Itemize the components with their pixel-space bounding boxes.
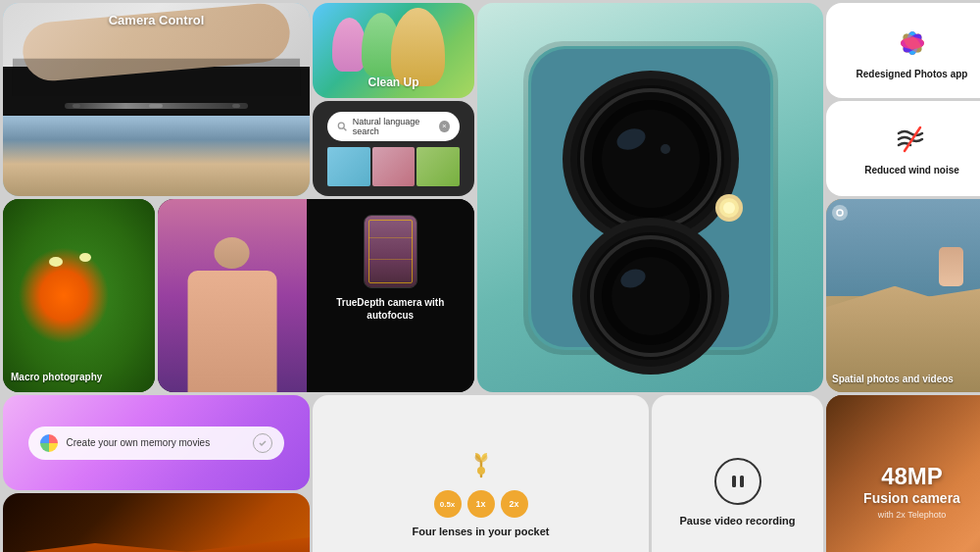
svg-point-1 [339, 123, 345, 128]
camera-lens-svg [504, 12, 798, 384]
clean-up-card: Clean Up [313, 3, 474, 98]
photos-icon [891, 22, 934, 65]
camera-control-card: Camera Control [3, 3, 310, 196]
truedepth-title: TrueDepth camera with autofocus [317, 296, 466, 322]
redesigned-photos-card: Redesigned Photos app [826, 3, 980, 98]
memory-movies-title: Create your own memory movies [66, 437, 244, 448]
truedepth-card: TrueDepth camera with autofocus [158, 199, 474, 392]
clean-up-title: Clean Up [313, 73, 474, 90]
autofocus-bottom-card: زنگوله with autofocus [3, 493, 310, 552]
svg-point-13 [661, 144, 670, 154]
svg-rect-34 [732, 476, 736, 487]
center-camera-card [477, 3, 823, 392]
wind-icon [895, 122, 930, 161]
svg-rect-0 [13, 59, 300, 96]
pause-icon [714, 458, 761, 505]
pause-video-title: Pause video recording [680, 515, 796, 527]
48mp-detail: with 2x Telephoto [878, 510, 946, 520]
svg-point-23 [723, 202, 735, 214]
pause-video-card: Pause video recording [652, 395, 823, 552]
svg-point-19 [612, 257, 690, 335]
checkmark-icon [253, 433, 272, 453]
memory-input-bar: Create your own memory movies [28, 427, 283, 460]
svg-point-11 [602, 110, 700, 208]
four-lenses-card: 0.5x 1x 2x Four lenses in your pocket [313, 395, 649, 552]
reduced-wind-card: Reduced wind noise [826, 101, 980, 196]
48mp-title: 48MP [881, 465, 943, 488]
zoom-05x: 0.5x [434, 490, 462, 518]
memory-movie-icon [40, 434, 58, 452]
spatial-title: Spatial photos and videos [832, 369, 980, 386]
four-lenses-title: Four lenses in your pocket [413, 526, 550, 537]
zoom-1x: 1x [467, 490, 495, 518]
macro-card: Macro photography [3, 199, 155, 392]
redesigned-photos-title: Redesigned Photos app [857, 69, 968, 80]
search-text: Natural language search [353, 117, 435, 136]
spatial-card: Spatial photos and videos [826, 199, 980, 392]
natural-search-card: Natural language search × [313, 101, 474, 196]
svg-line-2 [344, 127, 347, 130]
macro-title: Macro photography [11, 367, 147, 384]
tulip-icon [464, 447, 499, 482]
zoom-controls: 0.5x 1x 2x [434, 490, 528, 518]
fusion-camera-label: Fusion camera [863, 490, 960, 507]
svg-point-36 [837, 210, 843, 216]
memory-movies-card: Create your own memory movies [3, 395, 310, 490]
svg-rect-35 [740, 476, 744, 487]
spatial-badge [832, 205, 848, 221]
reduced-wind-title: Reduced wind noise [864, 165, 959, 176]
camera-control-title: Camera Control [3, 11, 310, 28]
search-icon [337, 121, 347, 132]
48mp-card: 48MP Fusion camera with 2x Telephoto [826, 395, 980, 552]
zoom-2x: 2x [501, 490, 528, 518]
